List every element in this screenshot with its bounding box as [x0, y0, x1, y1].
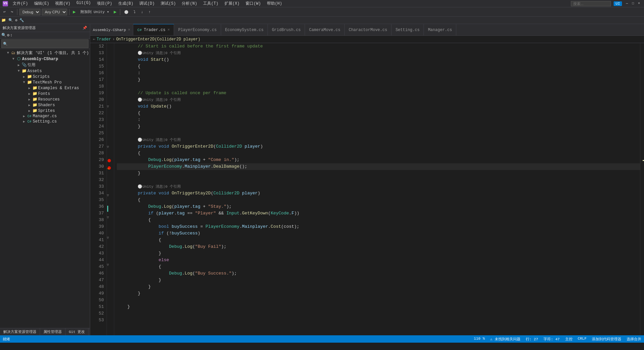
line-number: 48	[93, 284, 104, 290]
code-line	[117, 177, 640, 183]
code-token: // Start is called before the first fram…	[138, 44, 263, 49]
tree-item-textmesh[interactable]: ▼ 📁 TextMesh Pro	[0, 79, 90, 85]
tab-charactormove[interactable]: CharactorMove.cs	[345, 24, 391, 35]
platform-select[interactable]: Any CPU	[42, 9, 67, 15]
breadcrumb-method[interactable]: OnTriggerEnter2D(Collider2D player)	[116, 37, 200, 42]
status-add-code[interactable]: 添加到代码管理器	[592, 337, 621, 342]
line-number: 38	[93, 217, 104, 223]
tree-item-solution[interactable]: ▼ 🗂 解决方案 'UI' (1 个项目, 共 1 个)	[0, 50, 90, 56]
tab-gridbrush[interactable]: GridBrush.cs	[268, 24, 305, 35]
status-warning[interactable]: ⚠ 未找到相关问题	[490, 337, 520, 342]
attach-unity-button[interactable]: 附加到 Unity ▾	[78, 9, 111, 15]
sidebar-toolbar-btn-2[interactable]: ⚙	[7, 33, 9, 38]
toolbar-btn-undo[interactable]: ↩	[1, 9, 8, 15]
tree-item-references[interactable]: ▶ 📎 引用	[0, 62, 90, 68]
tab-setting[interactable]: Setting.cs	[391, 24, 424, 35]
close-button[interactable]: ×	[637, 1, 641, 6]
tree-item-scripts[interactable]: ▶ 📁 Scripts	[0, 74, 90, 79]
tree-item-resources[interactable]: ▶ 📁 Resources	[0, 97, 90, 102]
play-button-2[interactable]: ▶	[113, 8, 118, 15]
sidebar-tab-solution[interactable]: 解决方案资源管理器	[0, 328, 40, 335]
search-input-top[interactable]	[571, 1, 611, 6]
tree-item-sprites[interactable]: ▶ 📁 Sprites	[0, 108, 90, 114]
toolbar-btn-breakpoint[interactable]: ⬤	[122, 9, 130, 15]
fold-arrow-icon[interactable]: ▽	[107, 263, 109, 267]
menu-view[interactable]: 视图(V)	[52, 0, 73, 7]
code-lines-container[interactable]: // Start is called before the first fram…	[114, 43, 640, 335]
toolbar-btn-stepover[interactable]: ⤵	[132, 9, 138, 15]
minimap[interactable]	[640, 43, 644, 335]
tab-economysystem[interactable]: EconomySystem.cs	[221, 24, 268, 35]
code-token	[169, 191, 172, 196]
menu-window[interactable]: 窗口(W)	[243, 0, 264, 7]
tree-item-fonts[interactable]: ▶ 📁 Fonts	[0, 91, 90, 97]
code-token: void	[159, 191, 169, 196]
code-line: {	[117, 264, 640, 270]
status-zoom[interactable]: 110 %	[474, 337, 485, 342]
menu-file[interactable]: 文件(F)	[10, 0, 31, 7]
menu-project[interactable]: 项目(P)	[94, 0, 115, 7]
sidebar-toolbar-btn-1[interactable]: 🔍	[1, 33, 6, 38]
assets-label: Assets	[27, 69, 42, 73]
menu-build[interactable]: 生成(B)	[116, 0, 136, 7]
menu-edit[interactable]: 编辑(E)	[31, 0, 52, 7]
toolbar-btn-stepin[interactable]: ↓	[139, 9, 145, 15]
tree-item-examples[interactable]: ▶ 📁 Examples & Extras	[0, 85, 90, 91]
tab-close-trader[interactable]: ×	[167, 28, 170, 32]
breadcrumb-project[interactable]: Trader	[97, 37, 111, 42]
window-controls: — □ ×	[625, 1, 641, 6]
status-select-all[interactable]: 选择合并	[627, 337, 641, 342]
toolbar-btn-stepout[interactable]: ↑	[147, 9, 153, 15]
debug-config-select[interactable]: Debug	[19, 9, 40, 15]
code-token: player	[242, 191, 258, 196]
code-token	[156, 191, 159, 196]
fold-arrow-icon[interactable]: ▽	[107, 194, 109, 197]
sidebar-tab-git[interactable]: Git 更改	[65, 328, 89, 335]
tab-trader[interactable]: C# Trader.cs ×	[133, 24, 174, 35]
sidebar-toolbar-btn-3[interactable]: ↕	[10, 33, 12, 38]
tree-item-setting[interactable]: ▶ C# Setting.cs	[0, 119, 90, 124]
play-button[interactable]: ▶	[71, 8, 77, 15]
fold-arrow-icon[interactable]: ▽	[107, 236, 109, 240]
menu-help[interactable]: 帮助(H)	[264, 0, 285, 7]
tree-item-assembly[interactable]: ▼ ⬡ Assembly-CSharp	[0, 56, 90, 62]
menu-git[interactable]: Git(G)	[74, 0, 94, 7]
minimize-button[interactable]: —	[625, 1, 629, 6]
fold-arrow-icon[interactable]: ▽	[107, 145, 109, 149]
tab-playereconomy[interactable]: PlayerEconomy.cs	[174, 24, 221, 35]
tab-assembly[interactable]: Assembly-CSharp ×	[90, 24, 133, 35]
sidebar-tab-properties[interactable]: 属性管理器	[40, 328, 65, 335]
code-token: PlayerEconomy	[205, 224, 239, 229]
tab-label-trader: Trader.cs	[144, 28, 165, 32]
refs-icon: 📎	[21, 62, 27, 67]
code-token: buySuccess	[172, 231, 198, 236]
breadcrumb-bar: ⇐ Trader › OnTriggerEnter2D(Collider2D p…	[90, 36, 644, 43]
maximize-button[interactable]: □	[631, 1, 635, 6]
tab-close-assembly[interactable]: ×	[128, 28, 130, 32]
sidebar-search-input[interactable]	[9, 41, 86, 46]
tab-manager[interactable]: Manager.cs	[424, 24, 456, 35]
status-encoding[interactable]: 主控	[565, 337, 573, 342]
menu-analyze[interactable]: 分析(N)	[179, 0, 200, 7]
fold-arrow-icon[interactable]: ▽	[107, 216, 109, 219]
main-layout: 解决方案资源管理器 📌 🔍 ⚙ ↕ 🔍 ▼ 🗂 解决方案 'UI' (1 个项目…	[0, 24, 644, 335]
tab-cameramove[interactable]: CameraMove.cs	[305, 24, 345, 35]
code-token: void	[138, 57, 148, 62]
menu-extensions[interactable]: 扩展(X)	[222, 0, 243, 7]
code-token: tag	[177, 211, 184, 216]
toolbar-btn-redo[interactable]: ↪	[9, 9, 15, 15]
tab-label-gridbrush: GridBrush.cs	[272, 28, 301, 32]
fonts-icon: 📁	[32, 91, 37, 96]
status-line-ending[interactable]: CRLF	[578, 337, 587, 342]
line-number: 24	[93, 123, 104, 130]
code-line: ⚪Unity 消息|0 个引用	[117, 183, 640, 190]
menu-tools[interactable]: 工具(T)	[200, 0, 221, 7]
setting-cs-icon: C#	[27, 120, 32, 124]
tree-item-assets[interactable]: ▼ 📁 Assets	[0, 68, 90, 74]
tree-item-manager[interactable]: ▶ C# Manager.cs	[0, 114, 90, 119]
menu-debug[interactable]: 调试(D)	[137, 0, 157, 7]
menu-test[interactable]: 测试(S)	[158, 0, 179, 7]
sidebar-pin-icon[interactable]: 📌	[83, 26, 87, 30]
tree-item-shaders[interactable]: ▶ 📁 Shaders	[0, 102, 90, 108]
fold-arrow-icon[interactable]: ▽	[107, 105, 109, 109]
